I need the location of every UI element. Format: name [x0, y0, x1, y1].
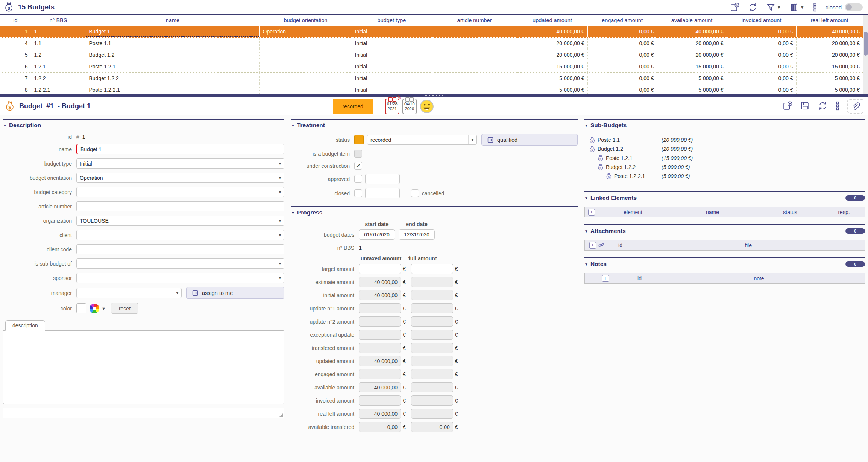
untaxed-amount-field[interactable]: 40 000,00	[359, 290, 401, 300]
column-header[interactable]: invoiced amount	[727, 15, 796, 26]
resize-handle[interactable]	[279, 413, 283, 417]
attachments-section-header[interactable]: ▼ Attachments 0	[584, 228, 865, 234]
under-construction-checkbox[interactable]: ✔	[354, 162, 362, 170]
untaxed-amount-field[interactable]	[359, 369, 401, 379]
smiley-icon[interactable]	[420, 99, 434, 114]
add-attachment-button[interactable]: +	[589, 242, 596, 249]
qualified-button[interactable]: qualified	[481, 134, 578, 146]
table-row[interactable]: 41.1Poste 1.1Initial20 000,00 €0,00 €20 …	[0, 37, 863, 49]
description-section-header[interactable]: ▼ Description	[3, 122, 284, 129]
start-date-field[interactable]: 01/01/2020	[359, 229, 395, 240]
column-header[interactable]: article number	[432, 15, 517, 26]
treatment-section-header[interactable]: ▼ Treatment	[291, 122, 578, 129]
progress-section-header[interactable]: ▼ Progress	[291, 209, 578, 216]
full-amount-field[interactable]	[411, 303, 453, 313]
cancelled-checkbox[interactable]	[411, 189, 419, 197]
client-code-field[interactable]	[76, 244, 284, 254]
sub-budget-item[interactable]: $Poste 1.1(20 000,00 €)	[589, 135, 865, 144]
untaxed-amount-field[interactable]	[359, 343, 401, 353]
table-row[interactable]: 61.2.1Poste 1.2.1Initial15 000,00 €0,00 …	[0, 61, 863, 72]
full-amount-field[interactable]	[411, 330, 453, 340]
budget-category-select[interactable]: ▼	[76, 187, 284, 197]
name-field[interactable]	[76, 144, 284, 154]
end-date-field[interactable]: 12/31/2020	[399, 229, 435, 240]
manager-select[interactable]: ▼	[76, 288, 182, 298]
columns-button[interactable]: ▼	[789, 3, 804, 12]
sub-budget-item[interactable]: $Budget 1.2.2(5 000,00 €)	[589, 163, 865, 172]
full-amount-field[interactable]	[411, 316, 453, 327]
full-amount-field[interactable]	[411, 277, 453, 287]
link-icon[interactable]	[598, 242, 604, 248]
column-header[interactable]: name	[86, 15, 259, 26]
column-header[interactable]: id	[0, 15, 31, 26]
table-row[interactable]: 71.2.2Budget 1.2.2Initial5 000,00 €0,00 …	[0, 72, 863, 84]
column-header[interactable]: engaged amount	[587, 15, 657, 26]
attachment-dropzone[interactable]	[847, 99, 863, 114]
tab-description[interactable]: description	[5, 320, 45, 331]
column-header[interactable]: budget orientation	[259, 15, 352, 26]
pane-splitter[interactable]	[0, 94, 868, 97]
untaxed-amount-field[interactable]: 40 000,00	[359, 356, 401, 366]
column-header[interactable]: budget type	[352, 15, 432, 26]
budget-type-select[interactable]: Initial ▼	[76, 158, 284, 169]
full-amount-field[interactable]	[411, 343, 453, 353]
notes-section-header[interactable]: ▼ Notes 0	[584, 261, 865, 267]
description-richtext[interactable]	[3, 330, 284, 404]
is-budget-item-checkbox[interactable]	[354, 150, 362, 158]
add-budget-button[interactable]	[730, 2, 740, 12]
full-amount-field[interactable]	[411, 382, 453, 392]
untaxed-amount-field[interactable]	[359, 303, 401, 313]
linked-elements-section-header[interactable]: ▼ Linked Elements 0	[584, 195, 865, 201]
save-button[interactable]	[800, 101, 810, 112]
is-sub-budget-of-select[interactable]: ▼	[76, 258, 284, 269]
chevron-down-icon[interactable]: ▼	[102, 306, 106, 311]
full-amount-field[interactable]	[411, 290, 453, 300]
table-row[interactable]: 11Budget 1OperationInitial40 000,00 €0,0…	[0, 26, 863, 37]
untaxed-amount-field[interactable]: 0,00	[359, 422, 401, 432]
table-row[interactable]: 51.2Budget 1.2Initial20 000,00 €0,00 €20…	[0, 49, 863, 61]
filter-button[interactable]: ▼	[766, 3, 781, 12]
assign-to-me-button[interactable]: assign to me	[186, 287, 284, 299]
full-amount-field[interactable]	[411, 356, 453, 366]
untaxed-amount-field[interactable]: 40 000,00	[359, 277, 401, 287]
approved-date-field[interactable]	[365, 174, 400, 184]
reset-color-button[interactable]: reset	[111, 303, 138, 314]
more-menu-button[interactable]	[813, 2, 817, 12]
column-header[interactable]: updated amount	[517, 15, 587, 26]
untaxed-amount-field[interactable]	[359, 330, 401, 340]
calendar-modified-icon[interactable]: 01/28 2021 ✎	[385, 99, 399, 114]
refresh-button[interactable]	[748, 2, 758, 12]
article-number-field[interactable]	[76, 201, 284, 211]
table-scrollbar[interactable]	[863, 15, 868, 94]
column-header[interactable]: available amount	[657, 15, 727, 26]
full-amount-field[interactable]: 0,00	[411, 422, 453, 432]
client-select[interactable]: ▼	[76, 230, 284, 240]
scrollbar-thumb[interactable]	[864, 32, 868, 56]
sponsor-select[interactable]: ▼	[76, 273, 284, 283]
add-note-button[interactable]: +	[602, 275, 609, 282]
full-amount-field[interactable]	[411, 369, 453, 379]
add-linked-element-button[interactable]: +	[588, 209, 595, 216]
add-button[interactable]	[783, 101, 793, 112]
budget-orientation-select[interactable]: Operation ▼	[76, 173, 284, 183]
approved-checkbox[interactable]	[354, 175, 362, 183]
full-amount-field[interactable]	[411, 264, 453, 274]
column-header[interactable]: real left amount	[796, 15, 863, 26]
sub-budget-item[interactable]: $Budget 1.2(20 000,00 €)	[589, 144, 865, 153]
calendar-created-icon[interactable]: 04/10 2020	[402, 99, 417, 114]
full-amount-field[interactable]	[411, 395, 453, 406]
untaxed-amount-field[interactable]	[359, 316, 401, 327]
untaxed-amount-field[interactable]	[359, 395, 401, 406]
closed-toggle[interactable]	[845, 3, 863, 11]
status-select[interactable]: recorded ▼	[367, 135, 477, 145]
organization-select[interactable]: TOULOUSE ▼	[76, 216, 284, 226]
untaxed-amount-field[interactable]: 40 000,00	[359, 382, 401, 392]
description-textarea[interactable]	[3, 408, 284, 418]
sub-budget-item[interactable]: $Poste 1.2.1(15 000,00 €)	[589, 153, 865, 163]
column-header[interactable]: n° BBS	[31, 15, 86, 26]
sub-budget-item[interactable]: $Poste 1.2.2.1(5 000,00 €)	[589, 172, 865, 181]
closed-checkbox[interactable]	[354, 189, 362, 197]
sub-budgets-section-header[interactable]: ▼ Sub-Budgets	[584, 122, 865, 129]
untaxed-amount-field[interactable]: 40 000,00	[359, 409, 401, 419]
closed-date-field[interactable]	[365, 188, 400, 198]
